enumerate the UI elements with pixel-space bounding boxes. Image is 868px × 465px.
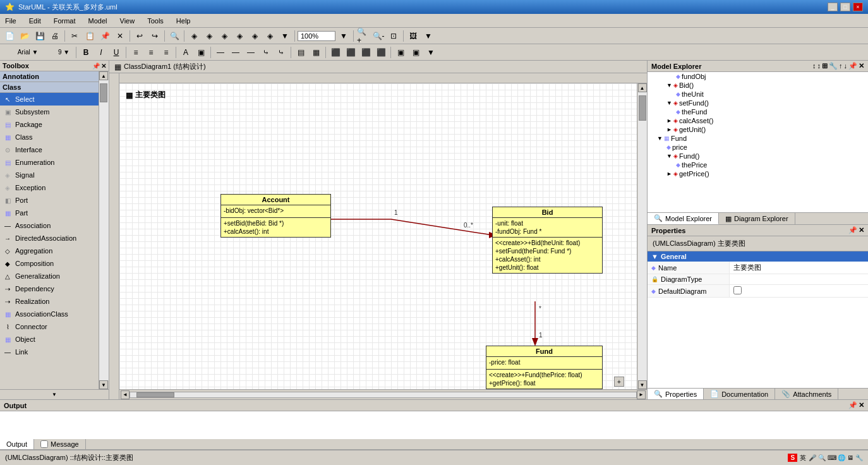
toolbox-item-port[interactable]: ◧ Port [0,194,99,207]
canvas-vscroll-up[interactable]: ▲ [638,83,647,92]
toolbox-scroll-down[interactable]: ▼ [99,380,108,389]
tab-model-explorer[interactable]: 🔍 Model Explorer [648,213,719,224]
zoom-out-button[interactable]: 🔍- [371,29,385,43]
redo-button[interactable]: ↪ [148,29,162,43]
canvas-hscroll-track[interactable] [130,392,637,398]
undo-button[interactable]: ↩ [133,29,147,43]
toolbox-item-part[interactable]: ▦ Part [0,207,99,219]
align-center[interactable]: ≡ [144,45,158,59]
tree-item-fundobj[interactable]: ◆ fundObj [648,72,868,81]
fit-button[interactable]: ⊡ [387,29,401,43]
tree-expand-getprice[interactable]: ► [666,171,672,177]
diagram-canvas[interactable]: ▦ 主要类图 1 0..* [119,83,637,389]
toolbox-item-composition[interactable]: ◆ Composition [0,257,99,270]
toolbox-item-association[interactable]: — Association [0,219,99,232]
toolbox-scroll-track[interactable] [99,80,109,380]
color-btn-2[interactable]: ▣ [194,45,208,59]
tree-item-theprice[interactable]: ◆ thePrice [648,160,868,169]
line-btn-4[interactable]: ⤷ [259,45,273,59]
canvas-vscroll-down[interactable]: ▼ [638,380,647,389]
print-button[interactable]: 🖨 [48,29,62,43]
color-btn-1[interactable]: A [179,45,193,59]
menu-view[interactable]: View [118,16,138,26]
bid-class[interactable]: Bid -unit: float -fundObj: Fund * <<crea… [492,207,603,274]
font-btn[interactable]: Arial ▼ [3,45,53,59]
tb-btn-6[interactable]: ◈ [263,29,277,43]
toolbox-item-class[interactable]: ▦ Class [0,131,99,143]
account-class[interactable]: Account -bidObj: vector<Bid*> +setBid(th… [220,194,331,238]
canvas-hscroll[interactable]: ◄ ► [119,389,647,399]
misc-btn-1[interactable]: ▣ [394,45,407,59]
menu-format[interactable]: Format [51,16,78,26]
me-sort-icon[interactable]: ↕ [812,62,816,70]
toolbox-item-generalization[interactable]: △ Generalization [0,270,99,282]
tree-expand-bid[interactable]: ▼ [666,82,672,88]
arrange-btn-3[interactable]: ⬛ [359,45,373,59]
canvas-vscroll-thumb[interactable] [639,95,646,121]
menu-edit[interactable]: Edit [27,16,44,26]
canvas-hscroll-right[interactable]: ► [637,390,646,399]
view-btn[interactable]: 🖼 [406,29,420,43]
zoom-dropdown[interactable]: ▼ [337,29,351,43]
align-right[interactable]: ≡ [159,45,173,59]
toolbox-item-object[interactable]: ▦ Object [0,333,99,346]
toolbox-item-dependency[interactable]: ⇢ Dependency [0,282,99,295]
fund-class[interactable]: Fund -price: float <<create>>+Fund(thePr… [486,346,603,389]
tab-diagram-explorer[interactable]: ▦ Diagram Explorer [719,213,795,224]
save-button[interactable]: 💾 [33,29,47,43]
arrange-btn-1[interactable]: ⬛ [329,45,342,59]
size-btn[interactable]: 9 ▼ [54,45,73,59]
me-sort2-icon[interactable]: ↕ [817,62,821,70]
me-pin-icon[interactable]: 📌 [848,62,857,70]
me-down-icon[interactable]: ↓ [844,62,848,70]
menu-model[interactable]: Model [86,16,110,26]
tree-item-thefund[interactable]: ◆ theFund [648,107,868,116]
toolbox-item-select[interactable]: ↖ Select [0,93,99,106]
maximize-button[interactable]: □ [840,3,850,11]
menu-help[interactable]: Help [174,16,193,26]
diagram-tab[interactable]: ▦ ClassDiagram1 (结构设计) [109,61,647,73]
toolbox-item-exception[interactable]: ◈ Exception [0,181,99,194]
toolbox-close-icon[interactable]: ✕ [101,63,106,69]
tree-item-setfund[interactable]: ▼ ◈ setFund() [648,99,868,107]
line-btn-3[interactable]: — [244,45,258,59]
view-btn-2[interactable]: ▼ [421,29,435,43]
tree-item-theunit[interactable]: ◆ theUnit [648,90,868,99]
toolbox-item-realization[interactable]: ⇢ Realization [0,295,99,308]
canvas-vscroll[interactable]: ▲ ▼ [637,83,647,389]
close-button[interactable]: × [853,3,863,11]
toolbox-scroll-thumb[interactable] [100,83,107,102]
zoom-input[interactable]: 100% [298,31,335,41]
tb-btn-3[interactable]: ◈ [217,29,231,43]
underline-btn[interactable]: U [109,45,123,59]
tree-item-fund[interactable]: ▼ ▦ Fund [648,134,868,143]
me-up-icon[interactable]: ↑ [839,62,843,70]
open-button[interactable]: 📂 [18,29,32,43]
toolbox-scroll-up[interactable]: ▲ [99,71,108,80]
new-button[interactable]: 📄 [3,29,16,43]
canvas-hscroll-thumb[interactable] [136,392,174,397]
line-btn-1[interactable]: — [214,45,227,59]
toolbox-item-subsystem[interactable]: ▣ Subsystem [0,106,99,118]
defaultdiagram-checkbox[interactable] [733,286,742,294]
canvas-vscroll-track[interactable] [638,92,647,380]
tree-item-fund-ctor[interactable]: ▼ ◈ Fund() [648,152,868,160]
layout-btn-1[interactable]: ▤ [294,45,308,59]
toolbox-item-association-class[interactable]: ▦ AssociationClass [0,308,99,320]
bold-btn[interactable]: B [79,45,93,59]
toolbox-item-aggregation[interactable]: ◇ Aggregation [0,245,99,257]
toolbox-item-enumeration[interactable]: ▤ Enumeration [0,156,99,169]
zoom-in-button[interactable]: 🔍+ [356,29,370,43]
tab-output[interactable]: Output [0,439,34,449]
menu-tools[interactable]: Tools [145,16,166,26]
toolbox-collapse-btn[interactable]: ▼ [0,389,109,399]
line-btn-5[interactable]: ⤷ [274,45,288,59]
toolbox-item-interface[interactable]: ⊙ Interface [0,143,99,156]
delete-button[interactable]: ✕ [113,29,127,43]
me-btn1[interactable]: ⊞ [822,62,828,70]
tree-expand-calcasset[interactable]: ► [666,118,672,124]
tb-btn-4[interactable]: ◈ [232,29,246,43]
toolbox-item-link[interactable]: — Link [0,346,99,358]
tab-properties[interactable]: 🔍 Properties [648,389,704,399]
canvas-plus-btn[interactable]: + [614,377,624,387]
